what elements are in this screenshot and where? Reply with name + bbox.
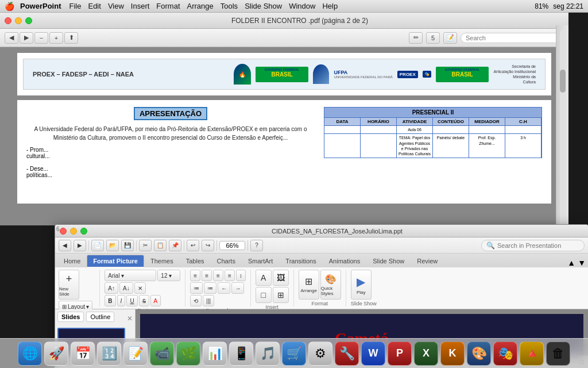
dock-nature[interactable]: 🌿	[176, 342, 200, 366]
tb-undo[interactable]: ↩	[187, 240, 199, 251]
font-decrease[interactable]: A↓	[119, 282, 133, 294]
font-size-select[interactable]: 12 ▾	[157, 270, 180, 281]
quick-styles-button[interactable]: 🎨 Quick Styles	[320, 270, 341, 300]
pdf-zoom-out[interactable]: −	[34, 32, 48, 44]
tb-copy[interactable]: 📋	[154, 240, 167, 251]
apple-menu[interactable]: 🍎	[5, 2, 14, 11]
tab-format-picture[interactable]: Format Picture	[87, 255, 144, 267]
pdf-tool-num[interactable]: 5	[426, 32, 440, 44]
num-list[interactable]: ≔	[204, 282, 216, 294]
arrange-button[interactable]: ⊞ Arrange	[299, 270, 319, 300]
dock-launchpad[interactable]: 🚀	[44, 342, 68, 366]
dock-acrobat[interactable]: 🎭	[493, 342, 517, 366]
tb-help[interactable]: ?	[250, 240, 263, 251]
scrollbar-track[interactable]	[560, 30, 566, 228]
tab-charts[interactable]: Charts	[211, 255, 242, 267]
tab-outline[interactable]: Outline	[86, 312, 114, 322]
pdf-search-input[interactable]	[461, 33, 564, 43]
tab-slideshow[interactable]: Slide Show	[366, 255, 411, 267]
font-increase[interactable]: A↑	[105, 282, 118, 294]
tab-themes[interactable]: Themes	[144, 255, 180, 267]
ribbon-expand[interactable]: ▼	[578, 258, 586, 267]
ppt-minimize[interactable]	[70, 228, 77, 235]
tab-animations[interactable]: Animations	[323, 255, 366, 267]
new-slide-button[interactable]: + New Slide	[59, 270, 79, 300]
dock-calendar[interactable]: 📅	[71, 342, 95, 366]
underline-button[interactable]: U	[126, 295, 137, 306]
menu-format[interactable]: Format	[156, 2, 180, 10]
pdf-next-btn[interactable]: ▶	[20, 32, 33, 44]
ppt-search-input[interactable]	[497, 242, 578, 249]
dock-word[interactable]: W	[361, 342, 385, 366]
bullet-list[interactable]: ≔	[190, 282, 203, 294]
menu-tools[interactable]: Tools	[220, 2, 238, 10]
line-spacing[interactable]: ↕	[236, 270, 246, 281]
align-justify[interactable]: ≡	[225, 270, 235, 281]
indent-more[interactable]: →	[231, 282, 244, 294]
insert-text-icon[interactable]: A	[256, 270, 272, 286]
menu-file[interactable]: File	[69, 2, 82, 10]
ribbon-collapse[interactable]: ▲	[567, 258, 575, 267]
pdf-tool-a[interactable]: ✏	[409, 32, 423, 44]
play-button[interactable]: ▶ Play	[351, 270, 372, 300]
font-family-select[interactable]: Arial ▾	[105, 270, 156, 281]
menu-insert[interactable]: Insert	[131, 2, 150, 10]
dock-charts[interactable]: 📊	[203, 342, 227, 366]
scrollbar-thumb[interactable]	[560, 70, 566, 93]
bold-button[interactable]: B	[105, 295, 115, 306]
tb-redo[interactable]: ↪	[202, 240, 214, 251]
align-center[interactable]: ≡	[202, 270, 212, 281]
pdf-prev-btn[interactable]: ◀	[5, 32, 18, 44]
dock-trash[interactable]: 🗑	[546, 342, 570, 366]
align-right[interactable]: ≡	[213, 270, 223, 281]
tab-slides[interactable]: Slides	[57, 312, 84, 322]
menu-arrange[interactable]: Arrange	[187, 2, 214, 10]
ppt-maximize[interactable]	[80, 228, 87, 235]
pdf-share-btn[interactable]: ⬆	[64, 32, 78, 44]
italic-button[interactable]: I	[117, 295, 126, 306]
align-left[interactable]: ≡	[190, 270, 200, 281]
menu-slideshow[interactable]: Slide Show	[245, 2, 282, 10]
dock-finder[interactable]: 🌐	[18, 342, 42, 366]
tb-back[interactable]: ◀	[59, 240, 71, 251]
dock-tools[interactable]: 🔧	[335, 342, 359, 366]
tb-forward[interactable]: ▶	[74, 240, 86, 251]
dock-appstore[interactable]: 🛒	[282, 342, 306, 366]
minimize-button[interactable]	[15, 17, 22, 24]
app-name[interactable]: PowerPoint	[20, 2, 61, 10]
tb-open[interactable]: 📂	[106, 240, 119, 251]
insert-table-icon[interactable]: ⊞	[273, 287, 289, 303]
tab-transitions[interactable]: Transitions	[279, 255, 322, 267]
pdf-scrollbar[interactable]: Sair	[556, 25, 568, 238]
dock-illustrator[interactable]: 🔺	[520, 342, 544, 366]
pdf-zoom-in[interactable]: +	[49, 32, 63, 44]
dock-facetime[interactable]: 📹	[150, 342, 174, 366]
tab-review[interactable]: Review	[411, 255, 444, 267]
dock-settings[interactable]: ⚙	[308, 342, 332, 366]
tab-tables[interactable]: Tables	[180, 255, 211, 267]
dock-photoshop[interactable]: 🎨	[467, 342, 491, 366]
insert-image-icon[interactable]: 🖼	[273, 270, 289, 286]
indent-less[interactable]: ←	[218, 282, 230, 294]
panel-close-btn[interactable]: ✕	[127, 315, 133, 323]
menu-window[interactable]: Window	[289, 2, 315, 10]
dock-itunes[interactable]: 🎵	[256, 342, 280, 366]
text-col[interactable]: |||	[203, 295, 214, 306]
font-clear[interactable]: ✕	[134, 282, 146, 294]
close-button[interactable]	[5, 17, 11, 24]
dock-ppt[interactable]: P	[388, 342, 412, 366]
dock-mobile[interactable]: 📱	[229, 342, 253, 366]
tb-new[interactable]: 📄	[91, 240, 104, 251]
tab-home[interactable]: Home	[57, 255, 87, 267]
menu-edit[interactable]: Edit	[88, 2, 100, 10]
tb-cut[interactable]: ✂	[139, 240, 152, 251]
dock-excel[interactable]: X	[414, 342, 438, 366]
insert-shape-icon[interactable]: □	[256, 287, 272, 303]
strikethrough-button[interactable]: S̶	[139, 295, 149, 306]
pdf-tool-b[interactable]: 📝	[443, 32, 457, 44]
maximize-button[interactable]	[25, 17, 32, 24]
font-color-button[interactable]: A	[150, 295, 161, 306]
menu-view[interactable]: View	[108, 2, 124, 10]
ppt-close[interactable]	[60, 228, 67, 235]
dock-calculator[interactable]: 🔢	[97, 342, 121, 366]
